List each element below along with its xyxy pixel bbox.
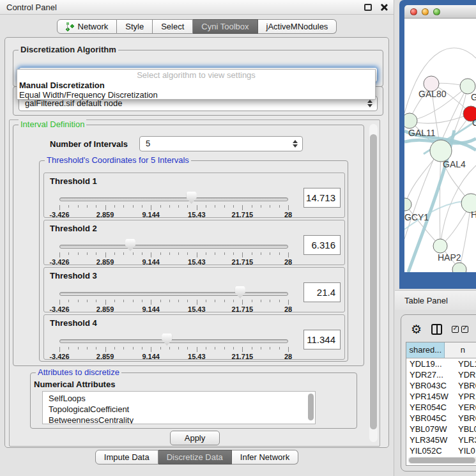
checkbox-checked-icon[interactable]: [452, 326, 459, 333]
table-row[interactable]: YBL079WYBL0: [406, 424, 476, 434]
network-node[interactable]: [404, 113, 417, 128]
threshold-value-field[interactable]: 14.713: [303, 188, 341, 208]
slider-track[interactable]: [59, 245, 288, 249]
slider-thumb[interactable]: [235, 286, 245, 298]
tick-mark: [105, 252, 106, 257]
cell-shared-name[interactable]: YLR345W: [406, 434, 455, 445]
node-label: H: [471, 210, 476, 220]
cell-shared-name[interactable]: YER054C: [406, 402, 455, 413]
float-window-icon[interactable]: [364, 4, 372, 11]
cell-shared-name[interactable]: YBL079W: [406, 424, 455, 434]
cell-shared-name[interactable]: YPR145W: [406, 391, 455, 402]
tab-cyni-toolbox[interactable]: Cyni Toolbox: [193, 19, 257, 34]
intervals-select[interactable]: 5: [139, 136, 303, 151]
cell-shared-name[interactable]: YIL052C: [406, 445, 455, 456]
vertical-scrollbar-thumb[interactable]: [370, 134, 377, 429]
slider-thumb[interactable]: [125, 239, 135, 251]
table-row[interactable]: YLR345WYLR3: [406, 434, 476, 445]
cell-name[interactable]: YPR1: [455, 391, 476, 402]
attribute-item-topologicalcoefficient[interactable]: TopologicalCoefficient: [49, 404, 315, 415]
tick-mark: [252, 300, 252, 302]
scale-label: 2.859: [96, 258, 114, 266]
cell-shared-name[interactable]: YBR045C: [406, 413, 455, 424]
cell-name[interactable]: YER0: [455, 402, 476, 413]
panel-title: Control Panel: [6, 3, 57, 12]
scale-label: 28: [284, 353, 292, 360]
cell-shared-name[interactable]: YDR27...: [406, 369, 455, 380]
table-row[interactable]: YPR145WYPR1: [406, 391, 476, 402]
tick-mark: [68, 252, 69, 255]
scale-label: 21.715: [232, 211, 254, 219]
threshold-value-field[interactable]: 21.4: [303, 282, 341, 302]
network-node[interactable]: [452, 263, 466, 272]
slider-track[interactable]: [59, 339, 288, 343]
gear-icon[interactable]: ⚙: [411, 323, 422, 335]
cell-name[interactable]: YDL1: [455, 358, 476, 369]
cell-shared-name[interactable]: YBR043C: [406, 380, 455, 391]
cell-name[interactable]: YBR0: [455, 413, 476, 424]
tick-mark: [59, 347, 60, 352]
tick-mark: [206, 205, 206, 208]
popup-item-equal-width-frequency-discretization[interactable]: Equal Width/Frequency Discretization: [17, 90, 375, 100]
network-node[interactable]: [433, 239, 447, 253]
list-scrollbar-thumb[interactable]: [308, 394, 314, 420]
threshold-panel-2: Threshold 2-3.4262.8599.14415.4321.71528…: [43, 220, 345, 265]
close-icon[interactable]: [380, 4, 387, 11]
attribute-item-selfloops[interactable]: SelfLoops: [49, 393, 315, 404]
checkbox-checked-icon[interactable]: [461, 326, 468, 333]
scale-label: 15.43: [188, 258, 206, 266]
table-row[interactable]: YER054CYER0: [406, 402, 476, 413]
slider-track[interactable]: [59, 292, 288, 296]
column-header-name[interactable]: n: [445, 342, 476, 358]
cell-name[interactable]: YBL0: [455, 424, 476, 434]
tab-jactivemnodules[interactable]: jActiveMNodules: [258, 19, 337, 34]
close-traffic-light[interactable]: [410, 8, 417, 15]
table-row[interactable]: YBR043CYBR0: [406, 380, 476, 391]
threshold-panel-4: Threshold 4-3.4262.8599.14415.4321.71528…: [43, 314, 345, 360]
table-row[interactable]: YIL052CYIL0: [406, 445, 476, 456]
network-canvas[interactable]: GAL80GCGAL11GAL4GCY1HHAP2: [404, 19, 476, 272]
apply-button[interactable]: Apply: [170, 431, 220, 445]
slider-ticks: [59, 347, 288, 352]
network-node[interactable]: [404, 198, 411, 211]
horizontal-scrollbar[interactable]: [408, 457, 476, 464]
tick-mark: [270, 347, 270, 349]
cell-name[interactable]: YBR0: [455, 380, 476, 391]
popup-item-manual-discretization[interactable]: Manual Discretization: [17, 81, 375, 90]
network-window-titlebar[interactable]: [404, 5, 476, 19]
tab-style[interactable]: Style: [117, 19, 153, 34]
tab-discretize-data[interactable]: Discretize Data: [158, 450, 232, 464]
zoom-traffic-light[interactable]: [433, 8, 440, 15]
cell-name[interactable]: YLR3: [455, 434, 476, 445]
tick-mark: [215, 252, 215, 255]
column-header-shared-name[interactable]: shared...: [406, 342, 445, 358]
tab-select[interactable]: Select: [153, 19, 193, 34]
tab-infer-network[interactable]: Infer Network: [232, 450, 298, 464]
table-row[interactable]: YDR27...YDR2: [406, 369, 476, 380]
minimize-traffic-light[interactable]: [422, 8, 429, 15]
slider-thumb[interactable]: [187, 192, 197, 204]
network-node[interactable]: [430, 140, 452, 162]
tick-mark: [178, 205, 179, 208]
cell-name[interactable]: YIL0: [455, 445, 475, 456]
vertical-scrollbar[interactable]: [369, 124, 378, 442]
scale-label: 15.43: [188, 305, 206, 313]
cell-shared-name[interactable]: YDL19...: [406, 358, 455, 369]
threshold-value-field[interactable]: 6.316: [303, 235, 341, 255]
table-row[interactable]: YBR045CYBR0: [406, 413, 476, 424]
horizontal-scrollbar-thumb[interactable]: [409, 457, 475, 463]
slider-track[interactable]: [59, 197, 288, 201]
tab-network[interactable]: Network: [57, 19, 118, 34]
cell-name[interactable]: YDR2: [455, 369, 476, 380]
tick-mark: [233, 300, 234, 302]
table-row[interactable]: YDL19...YDL1: [406, 358, 476, 369]
node-label: GCY1: [404, 212, 429, 222]
tick-mark: [242, 252, 243, 257]
attribute-item-betweennesscentrality[interactable]: BetweennessCentrality: [49, 415, 315, 424]
slider-thumb[interactable]: [162, 334, 172, 346]
tab-impute-data[interactable]: Impute Data: [95, 450, 158, 464]
scale-label: 15.43: [188, 353, 206, 360]
split-columns-icon[interactable]: [431, 324, 442, 335]
tick-mark: [123, 252, 124, 255]
threshold-value-field[interactable]: 11.344: [303, 330, 341, 349]
